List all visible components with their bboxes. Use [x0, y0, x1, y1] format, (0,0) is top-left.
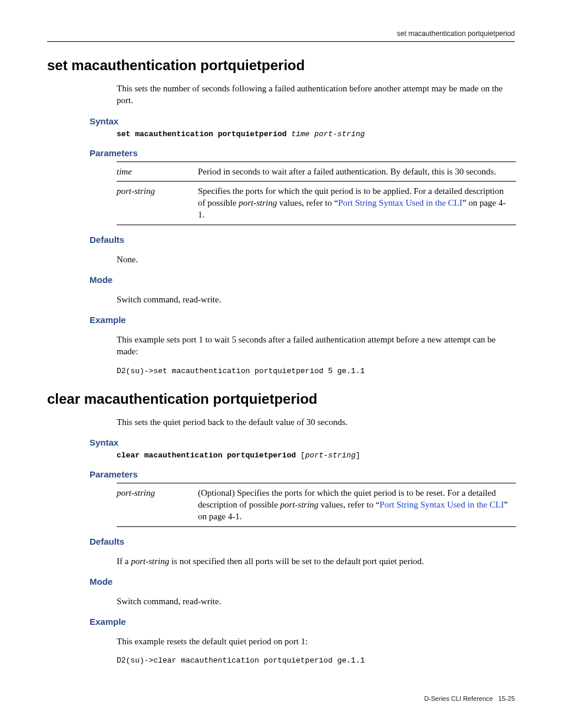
cmd1-example-intro: This example sets port 1 to wait 5 secon…	[117, 334, 515, 358]
param-name: time	[117, 162, 198, 181]
page-footer: D-Series CLI Reference 15-25	[424, 695, 515, 702]
running-head: set macauthentication portquietperiod	[47, 29, 515, 42]
cmd1-syntax-args: time port-string	[291, 130, 365, 139]
cmd2-params-heading: Parameters	[90, 469, 515, 479]
cmd1-defaults-heading: Defaults	[90, 235, 515, 245]
text: If a	[117, 556, 131, 566]
cmd2-example-code: D2(su)->clear macauthentication portquie…	[117, 656, 515, 665]
text: is not specified then all ports will be …	[169, 556, 424, 566]
bracket: ]	[356, 451, 361, 460]
cmd1-syntax: set macauthentication portquietperiod ti…	[117, 130, 515, 139]
cmd1-mode-heading: Mode	[90, 275, 515, 285]
table-row: port-string (Optional) Specifies the por…	[117, 483, 516, 526]
param-desc: Specifies the ports for which the quit p…	[198, 181, 516, 225]
bracket: [	[300, 451, 305, 460]
cmd2-mode-text: Switch command, read-write.	[117, 595, 515, 607]
cmd1-intro: This sets the number of seconds followin…	[117, 83, 515, 107]
cmd1-mode-text: Switch command, read-write.	[117, 294, 515, 305]
cmd1-params-table: time Period in seconds to wait after a f…	[117, 162, 516, 225]
var-text: port-string	[131, 556, 169, 566]
xref-link[interactable]: Port String Syntax Used in the CLI	[338, 198, 462, 207]
cmd1-example-heading: Example	[90, 315, 515, 325]
cmd2-syntax-args: port-string	[305, 451, 356, 460]
cmd1-example-code: D2(su)->set macauthentication portquietp…	[117, 367, 515, 375]
cmd1-defaults-text: None.	[117, 253, 515, 265]
param-name: port-string	[117, 181, 198, 225]
text: values, refer to “	[319, 500, 380, 509]
param-desc: Period in seconds to wait after a failed…	[198, 162, 516, 181]
table-row: time Period in seconds to wait after a f…	[117, 162, 516, 181]
footer-page: 15-25	[498, 695, 515, 702]
cmd2-syntax-cmd: clear macauthentication portquietperiod	[117, 451, 296, 460]
cmd1-syntax-heading: Syntax	[90, 116, 515, 126]
cmd2-defaults-text: If a port-string is not specified then a…	[117, 555, 515, 567]
var-text: port-string	[280, 500, 319, 509]
page: set macauthentication portquietperiod se…	[0, 0, 562, 728]
text: values, refer to “	[277, 198, 338, 207]
var-text: port-string	[239, 198, 277, 207]
param-name: port-string	[117, 483, 198, 526]
footer-doc: D-Series CLI Reference	[424, 695, 493, 702]
cmd2-syntax: clear macauthentication portquietperiod …	[117, 451, 515, 460]
cmd1-title: set macauthentication portquietperiod	[47, 57, 515, 74]
cmd2-defaults-heading: Defaults	[90, 536, 515, 546]
cmd2-mode-heading: Mode	[90, 577, 515, 587]
cmd2-params-table: port-string (Optional) Specifies the por…	[117, 483, 516, 527]
xref-link[interactable]: Port String Syntax Used in the CLI	[379, 500, 504, 509]
cmd2-example-intro: This example resets the default quiet pe…	[117, 635, 515, 647]
param-desc: (Optional) Specifies the ports for which…	[198, 483, 516, 526]
cmd2-syntax-heading: Syntax	[90, 437, 515, 447]
cmd1-params-heading: Parameters	[90, 148, 515, 158]
cmd2-intro: This sets the quiet period back to the d…	[117, 416, 515, 428]
cmd2-example-heading: Example	[90, 617, 515, 627]
table-row: port-string Specifies the ports for whic…	[117, 181, 516, 225]
cmd2-title: clear macauthentication portquietperiod	[47, 391, 515, 407]
cmd1-syntax-cmd: set macauthentication portquietperiod	[117, 130, 287, 139]
